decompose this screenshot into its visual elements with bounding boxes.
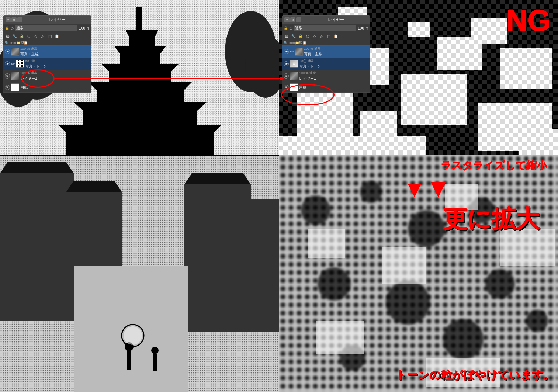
search-icon-left: 🔍 (5, 41, 9, 45)
pencil-icon-2: ✏ (11, 61, 15, 66)
layer-info-1: 100 % 通常 写真・主線 (20, 46, 90, 57)
layer-info-r1: 100 % 通常 写真・主線 (304, 46, 368, 57)
svg-rect-25 (0, 173, 74, 321)
panel-diamond-btn-r[interactable]: ◇ (290, 17, 295, 22)
toolbar-icon-2[interactable]: 🔧 (12, 33, 18, 39)
blend-icon-left: ◇ (11, 26, 14, 30)
layer-panel-right[interactable]: × ◇ — レイヤー 🔒 ◇ 通常 100 ⬆ 🖼 🔧 🔒 ⬡ ◇ 🖊 (282, 15, 370, 93)
layer-eye-r1[interactable]: 👁 (284, 49, 289, 54)
svg-point-62 (360, 181, 382, 203)
svg-rect-71 (308, 229, 345, 258)
layer-item-left-1[interactable]: 👁 100 % 通常 写真・主線 (3, 46, 91, 58)
layer-item-right-4[interactable]: 👁 □ 用紙 (282, 82, 370, 93)
svg-marker-10 (101, 64, 179, 71)
layer-meta-r1: 100 % 通常 (304, 46, 368, 51)
layer-eye-2[interactable]: 👁 (5, 61, 10, 66)
layer-eye-4[interactable]: 👁 (5, 85, 10, 90)
panel-titlebar-right: × ◇ — レイヤー (282, 16, 370, 24)
toolbar-icon-r7[interactable]: ◰ (326, 33, 332, 39)
svg-rect-36 (153, 354, 157, 371)
search-bar-right[interactable]: 🔍 ⊞⊞📁🖼📋 (282, 40, 370, 46)
panel-titlebar-icons-right: × ◇ — (284, 17, 301, 22)
layer-name-1: 写真・主線 (20, 52, 90, 57)
opacity-arrows-left: ⬆ (87, 26, 90, 30)
bottom-right-area: ラスタライズして縮小 ▼ 更に拡大 トーンの粒がぼやけています。 (279, 155, 558, 392)
blend-icon-right: ◇ (290, 26, 292, 30)
svg-marker-14 (74, 102, 207, 111)
toolbar-icon-4[interactable]: ⬡ (26, 33, 32, 39)
layer-eye-3[interactable]: 👁 (5, 73, 10, 79)
layer-thumb-r1 (295, 48, 303, 56)
svg-marker-30 (66, 181, 122, 192)
svg-rect-17 (66, 133, 214, 155)
svg-rect-75 (316, 321, 364, 354)
panel-titlebar-left: × ◇ — レイヤー (3, 16, 91, 24)
layer-meta-r2: 10◯ 通常 (299, 59, 368, 63)
down-arrow-icon: ▼ (403, 173, 451, 203)
ng-text: NG (506, 4, 551, 38)
search-icons-r2: ⊞⊞📁🖼📋 (289, 41, 306, 45)
toolbar-icon-r6[interactable]: 🖊 (319, 33, 325, 39)
panel-minus-btn[interactable]: — (17, 17, 22, 22)
panel-close-btn-r[interactable]: × (284, 17, 290, 22)
toolbar-icon-6[interactable]: 🖊 (40, 33, 46, 39)
layer-thumb-3 (11, 72, 19, 80)
toolbar-icon-r3[interactable]: 🔒 (298, 33, 304, 39)
layer-item-left-4[interactable]: 👁 □ 用紙 (3, 82, 91, 93)
layer-eye-1[interactable]: 👁 (5, 49, 10, 54)
pencil-icon-r1: ✏ (290, 49, 294, 54)
svg-rect-72 (382, 247, 426, 284)
toolbar-icon-r5[interactable]: ◇ (312, 33, 318, 39)
layer-thumb-r2: 🖼 (290, 60, 298, 68)
svg-marker-31 (184, 173, 251, 184)
toolbar-icon-r8[interactable]: 📋 (333, 33, 339, 39)
opacity-arrows-right: ⬆ (365, 26, 368, 30)
connect-line (55, 78, 281, 79)
panel-opacity-row-right: 🔒 ◇ 通常 100 ⬆ (282, 24, 370, 32)
toolbar-icon-1[interactable]: 🖼 (5, 33, 11, 39)
svg-marker-29 (0, 162, 74, 173)
toolbar-icon-5[interactable]: ◇ (33, 33, 39, 39)
svg-rect-15 (83, 111, 197, 125)
svg-rect-13 (97, 90, 184, 102)
svg-marker-12 (89, 82, 192, 90)
svg-rect-9 (120, 53, 160, 64)
layer-eye-r4[interactable]: 👁 (284, 85, 289, 90)
blend-mode-left[interactable]: 通常 (15, 25, 77, 31)
panel-diamond-btn[interactable]: ◇ (11, 17, 17, 22)
layer-item-left-2[interactable]: 👁 ✏ ⊞ 60.0線 写真・トーン (3, 58, 91, 70)
layer-name-r1: 写真・主線 (304, 52, 368, 57)
layer-meta-2: 60.0線 (25, 59, 90, 63)
right-section: × ◇ — レイヤー 🔒 ◇ 通常 100 ⬆ 🖼 🔧 🔒 ⬡ ◇ 🖊 (279, 0, 558, 392)
layer-meta-3: 100 % 通常 (20, 71, 90, 76)
layer-item-right-3[interactable]: 👁 100 % 通常 レイヤー1 (282, 70, 370, 82)
panel-title-left: レイヤー (25, 17, 89, 22)
svg-point-66 (386, 280, 430, 325)
svg-point-61 (301, 195, 330, 225)
layer-info-4: 用紙 (20, 85, 90, 90)
toolbar-icon-7[interactable]: ◰ (47, 33, 53, 39)
layer-name-r2: 写真・トーン (299, 64, 368, 69)
toolbar-icon-r4[interactable]: ⬡ (305, 33, 311, 39)
opacity-value-right: 100 (358, 26, 364, 30)
layer-item-right-1[interactable]: 👁 ✏ 100 % 通常 写真・主線 (282, 46, 370, 58)
panel-titlebar-icons-left: × ◇ — (6, 17, 22, 22)
search-bar-left[interactable]: 🔍 ⊞⊞📁🖼📋 (3, 40, 91, 46)
toolbar-icon-8[interactable]: 📋 (54, 33, 60, 39)
blend-mode-right[interactable]: 通常 (294, 25, 356, 31)
toolbar-icon-r1[interactable]: 🖼 (284, 33, 290, 39)
layer-item-left-3[interactable]: 👁 100 % 通常 レイヤー1 (3, 70, 91, 82)
lock-icon-left: 🔒 (5, 26, 9, 30)
layer-meta-1: 100 % 通常 (20, 46, 90, 51)
svg-rect-7 (129, 37, 155, 46)
layer-panel-left[interactable]: × ◇ — レイヤー 🔒 ◇ 通常 100 ⬆ 🖼 🔧 🔒 ⬡ ◇ 🖊 ◰ 📋 … (3, 15, 91, 93)
panel-toolbar-right: 🖼 🔧 🔒 ⬡ ◇ 🖊 ◰ 📋 (282, 32, 370, 40)
layer-item-right-2[interactable]: 👁 🖼 10◯ 通常 写真・トーン (282, 58, 370, 70)
blur-warning-label: トーンの粒がぼやけています。 (395, 368, 554, 383)
top-right-area: × ◇ — レイヤー 🔒 ◇ 通常 100 ⬆ 🖼 🔧 🔒 ⬡ ◇ 🖊 (279, 0, 558, 155)
toolbar-icon-r2[interactable]: 🔧 (291, 33, 297, 39)
toolbar-icon-3[interactable]: 🔒 (19, 33, 25, 39)
panel-minus-btn-r[interactable]: — (296, 17, 301, 22)
panel-close-btn[interactable]: × (6, 17, 11, 22)
layer-eye-r2[interactable]: 👁 (284, 61, 289, 66)
